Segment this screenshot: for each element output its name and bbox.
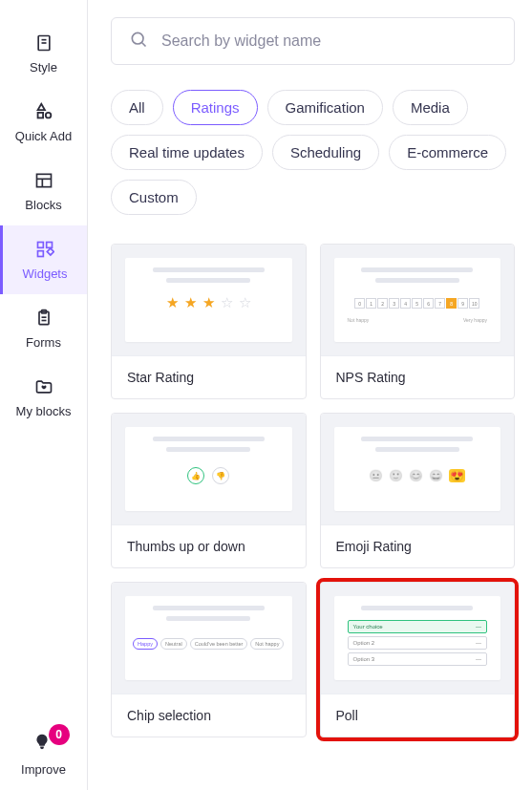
svg-point-4 (45, 113, 51, 118)
improve-badge: 0 (49, 724, 70, 745)
filter-custom[interactable]: Custom (111, 180, 197, 215)
chip-row: Happy Neutral Could've been better Not h… (138, 638, 279, 650)
nav-label: My blocks (16, 404, 72, 418)
widget-label: Thumbs up or down (112, 524, 306, 567)
main-panel: All Ratings Gamification Media Real time… (88, 0, 532, 790)
widget-emoji-rating[interactable]: 😐🙂😊😄😍 Emoji Rating (320, 413, 516, 568)
nav-my-blocks[interactable]: My blocks (0, 363, 87, 432)
widget-preview: Your choice— Option 2— Option 3— (321, 583, 515, 694)
nav-label: Widgets (23, 267, 68, 281)
emoji-row: 😐🙂😊😄😍 (348, 469, 488, 482)
search-icon (129, 30, 148, 53)
widget-poll[interactable]: Your choice— Option 2— Option 3— Poll (320, 582, 516, 737)
svg-line-18 (142, 43, 146, 47)
nav-improve[interactable]: 0 Improve (0, 732, 87, 777)
nav-label: Forms (26, 335, 61, 350)
nav-widgets[interactable]: Widgets (0, 225, 87, 294)
improve-label: Improve (21, 762, 66, 777)
svg-rect-11 (38, 251, 44, 257)
widget-label: Emoji Rating (321, 524, 515, 567)
svg-rect-5 (37, 113, 43, 118)
widgets-icon (34, 239, 55, 260)
widget-label: Poll (321, 694, 515, 737)
filter-realtime[interactable]: Real time updates (111, 135, 263, 170)
widget-preview: 😐🙂😊😄😍 (321, 414, 515, 524)
widget-label: Star Rating (112, 355, 306, 398)
svg-rect-6 (36, 174, 51, 186)
thumb-down-icon: 👎 (212, 467, 229, 484)
svg-rect-9 (38, 243, 44, 248)
filter-all[interactable]: All (111, 90, 163, 125)
style-icon (33, 32, 54, 53)
widget-preview: 012345678910 Not happyVery happy (321, 245, 515, 355)
widget-star-rating[interactable]: ★★★☆☆ Star Rating (111, 244, 307, 399)
widget-thumbs[interactable]: 👍 👎 Thumbs up or down (111, 413, 307, 568)
svg-point-17 (132, 32, 143, 44)
nav-label: Style (30, 60, 57, 75)
widget-preview: 👍 👎 (112, 414, 306, 524)
filter-media[interactable]: Media (393, 90, 468, 125)
filter-scheduling[interactable]: Scheduling (272, 135, 379, 170)
nav-forms[interactable]: Forms (0, 294, 87, 363)
widget-preview: ★★★☆☆ (112, 245, 306, 355)
shapes-icon (33, 101, 54, 122)
search-input[interactable] (161, 32, 497, 50)
filter-gamification[interactable]: Gamification (267, 90, 383, 125)
svg-marker-3 (37, 104, 44, 110)
nps-scale: 012345678910 (348, 298, 488, 309)
widget-nps-rating[interactable]: 012345678910 Not happyVery happy NPS Rat… (320, 244, 516, 399)
poll-options: Your choice— Option 2— Option 3— (348, 620, 488, 666)
nav-label: Blocks (25, 198, 61, 212)
svg-rect-10 (47, 243, 53, 248)
clipboard-icon (33, 308, 54, 329)
widget-label: NPS Rating (321, 355, 515, 398)
filter-row: All Ratings Gamification Media Real time… (111, 90, 515, 215)
nav-blocks[interactable]: Blocks (0, 157, 87, 225)
widget-grid: ★★★☆☆ Star Rating 012345678910 Not happy… (111, 244, 515, 737)
layout-icon (33, 170, 54, 191)
thumb-up-icon: 👍 (187, 467, 204, 484)
folder-heart-icon (33, 376, 54, 397)
filter-ratings[interactable]: Ratings (173, 90, 258, 125)
lightbulb-icon (32, 741, 53, 756)
sidebar: Style Quick Add Blocks Widgets Forms My … (0, 0, 88, 790)
star-icon-row: ★★★☆☆ (138, 294, 279, 311)
nav-quick-add[interactable]: Quick Add (0, 88, 87, 157)
widget-preview: Happy Neutral Could've been better Not h… (112, 583, 306, 694)
nav-label: Quick Add (15, 129, 72, 143)
svg-rect-12 (47, 248, 53, 255)
filter-ecommerce[interactable]: E-commerce (389, 135, 506, 170)
widget-label: Chip selection (112, 694, 306, 737)
nav-style[interactable]: Style (0, 19, 87, 88)
search-field[interactable] (111, 17, 515, 65)
widget-chip-selection[interactable]: Happy Neutral Could've been better Not h… (111, 582, 307, 737)
